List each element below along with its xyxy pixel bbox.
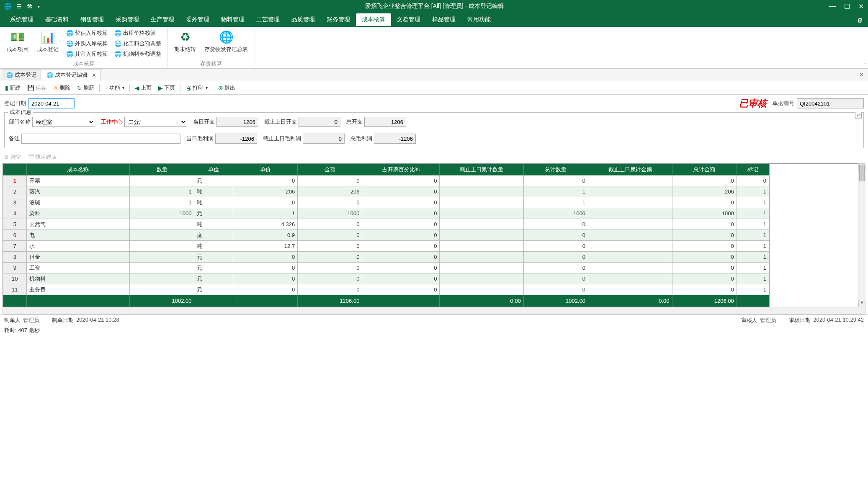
- sub-toolbar: ⊗ 清空 ▤ 快速建表: [0, 151, 868, 163]
- menu-样品管理[interactable]: 样品管理: [426, 13, 461, 26]
- menu-采购管理[interactable]: 采购管理: [110, 13, 145, 26]
- approved-stamp: 已审核: [739, 97, 767, 110]
- ribbon: 💵 成本项目 📊 成本登记 🌐暂估入库核算🌐外购入库核算🌐其它入库核算 🌐出库价…: [0, 27, 868, 69]
- minimize-button[interactable]: —: [829, 3, 836, 10]
- new-button[interactable]: ▮新建: [3, 83, 23, 93]
- tab-成本登记[interactable]: 🌐成本登记: [2, 69, 41, 80]
- arrow-right-icon: ▶: [158, 85, 163, 91]
- globe-icon: 🌐: [66, 51, 73, 57]
- total-profit-field: [374, 134, 416, 144]
- stock-summary-button[interactable]: 🌐 存货收发存汇总表: [202, 28, 250, 55]
- menu-常用功能[interactable]: 常用功能: [461, 13, 497, 26]
- col-截止上日累计数量[interactable]: 截止上日累计数量: [440, 164, 523, 175]
- scroll-down-button[interactable]: ▼: [858, 300, 865, 307]
- total-profit-label: 总毛利润: [350, 135, 372, 142]
- horizontal-scrollbar[interactable]: [3, 307, 865, 315]
- close-button[interactable]: ✕: [858, 3, 864, 10]
- ribbon-small-暂估入库核算[interactable]: 🌐暂估入库核算: [64, 28, 109, 38]
- expand-fieldset-button[interactable]: ⤢: [855, 112, 862, 119]
- table-row[interactable]: 7水吨12.700001: [3, 241, 769, 252]
- col-占开票百分比%[interactable]: 占开票百分比%: [362, 164, 440, 175]
- ribbon-small-机物料金额调整[interactable]: 🌐机物料金额调整: [113, 49, 163, 59]
- tab-close-icon[interactable]: ✕: [92, 72, 96, 78]
- cost-register-button[interactable]: 📊 成本登记: [34, 28, 61, 55]
- stack-icon[interactable]: ☰: [16, 3, 22, 10]
- table-row[interactable]: 8租金元000001: [3, 252, 769, 263]
- ribbon-small-外购入库核算[interactable]: 🌐外购入库核算: [64, 39, 109, 48]
- cost-project-button[interactable]: 💵 成本项目: [4, 28, 31, 55]
- table-row[interactable]: 3液碱1吨000101: [3, 197, 769, 208]
- exit-button[interactable]: ⊗退出: [216, 83, 238, 93]
- menu-物料管理[interactable]: 物料管理: [215, 13, 250, 26]
- maximize-button[interactable]: ☐: [844, 3, 850, 10]
- reg-date-input[interactable]: [28, 98, 75, 108]
- col-成本名称[interactable]: 成本名称: [26, 164, 130, 175]
- prev-page-button[interactable]: ◀上页: [132, 83, 154, 93]
- workcenter-select[interactable]: 二分厂: [124, 117, 187, 127]
- col-总计金额[interactable]: 总计金额: [672, 164, 737, 175]
- doc-no-input: [797, 98, 864, 108]
- prev-expense-field: [299, 117, 340, 127]
- menu-品质管理[interactable]: 品质管理: [286, 13, 321, 26]
- table-row[interactable]: 2蒸汽1吨206206012061: [3, 186, 769, 197]
- col-金额[interactable]: 金额: [298, 164, 362, 175]
- tab-成本登记编辑[interactable]: 🌐成本登记编辑✕: [42, 69, 101, 80]
- vertical-scrollbar[interactable]: ▲ ▼: [858, 164, 865, 307]
- next-page-button[interactable]: ▶下页: [156, 83, 178, 93]
- wrench-icon[interactable]: 🛠: [27, 3, 33, 10]
- table-row[interactable]: 11业务费元000001: [3, 284, 769, 295]
- menu-生产管理[interactable]: 生产管理: [145, 13, 180, 26]
- window-title: 爱招飞企业整合管理平台 [All] [管理员] - 成本登记编辑: [40, 3, 829, 10]
- save-button[interactable]: 💾保存: [25, 83, 49, 93]
- save-icon: 💾: [27, 85, 34, 91]
- table-row[interactable]: 6电度0.900001: [3, 230, 769, 241]
- table-row[interactable]: 5天然气吨4.32600001: [3, 219, 769, 230]
- globe-icon: 🌐: [114, 51, 121, 57]
- globe-grid-icon: 🌐: [219, 30, 234, 44]
- table-row[interactable]: 9工资元000001: [3, 263, 769, 273]
- ribbon-small-出库价格核算[interactable]: 🌐出库价格核算: [113, 28, 163, 38]
- ribbon-small-其它入库核算[interactable]: 🌐其它入库核算: [64, 49, 109, 59]
- approve-date-value: 2020-04-21 10:29:42: [813, 317, 864, 324]
- table-row[interactable]: 1开票元000000: [3, 175, 769, 186]
- tabs-close-all-button[interactable]: ✕: [857, 72, 866, 78]
- dept-select[interactable]: 经理室: [32, 117, 95, 127]
- col-截止上日累计金额[interactable]: 截止上日累计金额: [588, 164, 672, 175]
- approve-date-label: 审核日期: [789, 317, 811, 324]
- total-expense-label: 总开支: [346, 118, 363, 126]
- table-row[interactable]: 4染料1000元110000100010001: [3, 208, 769, 219]
- clear-button[interactable]: ⊗ 清空: [4, 153, 21, 161]
- remark-input[interactable]: [21, 134, 180, 144]
- browser-icon[interactable]: e: [858, 15, 862, 25]
- col-标记[interactable]: 标记: [737, 164, 769, 175]
- menu-销售管理[interactable]: 销售管理: [75, 13, 110, 26]
- label: 成本项目: [7, 46, 28, 53]
- approver-value: 管理员: [760, 317, 776, 324]
- scroll-thumb[interactable]: [859, 165, 865, 181]
- col-总计数量[interactable]: 总计数量: [523, 164, 588, 175]
- print-button[interactable]: 🖨打印▾: [183, 83, 210, 93]
- period-close-button[interactable]: ♻ 期末结转: [172, 28, 198, 55]
- menu-基础资料[interactable]: 基础资料: [39, 13, 75, 26]
- menu-工艺管理[interactable]: 工艺管理: [250, 13, 286, 26]
- menu-文档管理[interactable]: 文档管理: [391, 13, 426, 26]
- toolbar: ▮新建 💾保存 ✕删除 ↻刷新 ≡功能▾ ◀上页 ▶下页 🖨打印▾ ⊗退出: [0, 81, 868, 95]
- menu-委外管理[interactable]: 委外管理: [180, 13, 215, 26]
- delete-button[interactable]: ✕删除: [51, 83, 73, 93]
- globe-icon: 🌐: [46, 72, 53, 78]
- globe-icon[interactable]: 🌐: [4, 3, 11, 10]
- menu-成本核算[interactable]: 成本核算: [356, 13, 391, 26]
- menu-系统管理[interactable]: 系统管理: [4, 13, 39, 26]
- grid-blank-area: ▲ ▼: [769, 164, 865, 307]
- collapse-ribbon-button[interactable]: ˆ: [865, 62, 866, 67]
- col-数量[interactable]: 数量: [130, 164, 194, 175]
- label: 期末结转: [174, 46, 196, 53]
- col-单价[interactable]: 单价: [233, 164, 297, 175]
- menu-账务管理[interactable]: 账务管理: [321, 13, 356, 26]
- refresh-button[interactable]: ↻刷新: [75, 83, 97, 93]
- quick-build-button[interactable]: ▤ 快速建表: [28, 153, 57, 161]
- function-button[interactable]: ≡功能▾: [102, 83, 127, 93]
- table-row[interactable]: 10机物料元000001: [3, 273, 769, 284]
- col-单位[interactable]: 单位: [194, 164, 233, 175]
- ribbon-small-化工料金额调整[interactable]: 🌐化工料金额调整: [113, 39, 163, 48]
